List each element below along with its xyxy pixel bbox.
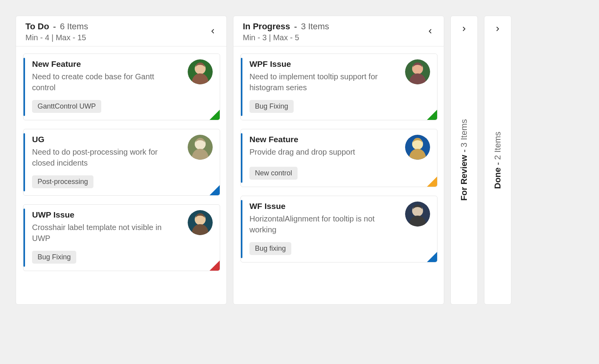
column-title-line: In Progress - 3 Items (243, 21, 329, 32)
assignee-avatar[interactable] (405, 59, 430, 84)
assignee-avatar[interactable] (188, 210, 213, 235)
chevron-left-icon (427, 28, 434, 36)
card-description: Need to implement tooltip support for hi… (249, 71, 390, 93)
kanban-card[interactable]: New FeatureProvide drag and drop support… (240, 129, 438, 187)
chevron-right-icon (494, 25, 501, 34)
collapsed-column-label: Done - 2 Items (493, 132, 503, 189)
column-title-sep: - (53, 21, 56, 31)
card-tag-row: GanttControl UWP (32, 100, 213, 113)
expand-button[interactable] (491, 23, 504, 36)
kanban-card[interactable]: WF IssueHorizontalAlignment for tooltip … (240, 196, 438, 262)
column-header-todo: To Do - 6 Items Min - 4 | Max - 15 (16, 16, 226, 46)
card-text: WPF IssueNeed to implement tooltip suppo… (249, 59, 390, 93)
kanban-card[interactable]: UGNeed to do post-processing work for cl… (23, 129, 220, 196)
card-tag[interactable]: Bug fixing (249, 242, 291, 255)
card-tag[interactable]: Post-processing (32, 175, 93, 188)
column-title-sep: - (493, 162, 502, 165)
card-list-in-progress[interactable]: WPF IssueNeed to implement tooltip suppo… (233, 46, 444, 304)
column-done-collapsed: Done - 2 Items (484, 16, 511, 305)
chevron-right-icon (461, 25, 468, 34)
kanban-board: To Do - 6 Items Min - 4 | Max - 15 New F… (0, 0, 599, 320)
card-title: New Feature (249, 135, 355, 144)
card-description: Crosshair label template not visible in … (32, 222, 173, 244)
card-description: Need to create code base for Gantt contr… (32, 71, 173, 93)
card-head: New FeatureNeed to create code base for … (32, 59, 213, 93)
column-count: 2 Items (493, 132, 502, 160)
assignee-avatar[interactable] (188, 135, 213, 160)
card-title: WF Issue (249, 202, 390, 211)
card-title: New Feature (32, 59, 173, 69)
expand-button[interactable] (457, 23, 471, 36)
collapse-button[interactable] (423, 25, 437, 39)
card-title: WPF Issue (249, 59, 390, 69)
card-tag-row: New control (249, 167, 430, 180)
kanban-card[interactable]: New FeatureNeed to create code base for … (23, 54, 220, 120)
card-head: UWP IssueCrosshair label template not vi… (32, 210, 213, 244)
column-title-wrap: In Progress - 3 Items Min - 3 | Max - 5 (243, 21, 329, 42)
card-head: WF IssueHorizontalAlignment for tooltip … (249, 202, 430, 235)
card-text: UWP IssueCrosshair label template not vi… (32, 210, 173, 244)
column-title-wrap: To Do - 6 Items Min - 4 | Max - 15 (25, 21, 88, 42)
column-title: In Progress (243, 21, 290, 31)
card-head: New FeatureProvide drag and drop support (249, 135, 430, 160)
card-tag[interactable]: GanttControl UWP (32, 100, 101, 113)
column-in-progress: In Progress - 3 Items Min - 3 | Max - 5 … (233, 16, 444, 305)
column-count: 6 Items (60, 21, 88, 31)
column-count: 3 Items (459, 119, 469, 147)
chevron-left-icon (209, 28, 216, 36)
card-title: UWP Issue (32, 210, 173, 219)
priority-corner-icon (210, 110, 220, 120)
card-text: WF IssueHorizontalAlignment for tooltip … (249, 202, 390, 235)
card-tag-row: Bug fixing (249, 242, 430, 255)
collapsed-column-label: For Review - 3 Items (459, 119, 469, 201)
priority-corner-icon (210, 185, 220, 195)
card-tag[interactable]: Bug Fixing (32, 251, 76, 264)
column-limits: Min - 4 | Max - 15 (25, 33, 88, 42)
priority-corner-icon (427, 110, 437, 120)
card-tag-row: Bug Fixing (32, 251, 213, 264)
card-description: Provide drag and drop support (249, 146, 355, 157)
assignee-avatar[interactable] (405, 135, 430, 160)
card-tag[interactable]: Bug Fixing (249, 100, 294, 113)
kanban-card[interactable]: WPF IssueNeed to implement tooltip suppo… (240, 54, 438, 120)
card-list-todo[interactable]: New FeatureNeed to create code base for … (16, 46, 226, 304)
column-title: For Review (459, 155, 469, 201)
column-todo: To Do - 6 Items Min - 4 | Max - 15 New F… (16, 16, 227, 305)
collapse-button[interactable] (206, 25, 219, 39)
card-description: HorizontalAlignment for tooltip is not w… (249, 213, 390, 235)
column-title-line: To Do - 6 Items (25, 21, 88, 32)
card-head: WPF IssueNeed to implement tooltip suppo… (249, 59, 430, 93)
column-title-sep: - (294, 21, 297, 31)
card-text: UGNeed to do post-processing work for cl… (32, 135, 173, 168)
column-title: To Do (25, 21, 49, 31)
card-tag[interactable]: New control (249, 167, 298, 180)
column-for-review-collapsed: For Review - 3 Items (450, 16, 478, 305)
assignee-avatar[interactable] (188, 59, 213, 84)
assignee-avatar[interactable] (405, 202, 430, 227)
column-limits: Min - 3 | Max - 5 (243, 33, 329, 42)
column-title-sep: - (459, 150, 469, 153)
column-count: 3 Items (301, 21, 329, 31)
card-head: UGNeed to do post-processing work for cl… (32, 135, 213, 168)
card-title: UG (32, 135, 173, 144)
card-text: New FeatureNeed to create code base for … (32, 59, 173, 93)
column-header-in-progress: In Progress - 3 Items Min - 3 | Max - 5 (233, 16, 444, 46)
kanban-card[interactable]: UWP IssueCrosshair label template not vi… (23, 204, 220, 271)
card-tag-row: Post-processing (32, 175, 213, 188)
card-tag-row: Bug Fixing (249, 100, 430, 113)
column-title: Done (493, 167, 502, 189)
card-description: Need to do post-processing work for clos… (32, 146, 173, 168)
priority-corner-icon (427, 177, 437, 187)
priority-corner-icon (210, 261, 220, 271)
priority-corner-icon (427, 252, 437, 262)
card-text: New FeatureProvide drag and drop support (249, 135, 355, 157)
